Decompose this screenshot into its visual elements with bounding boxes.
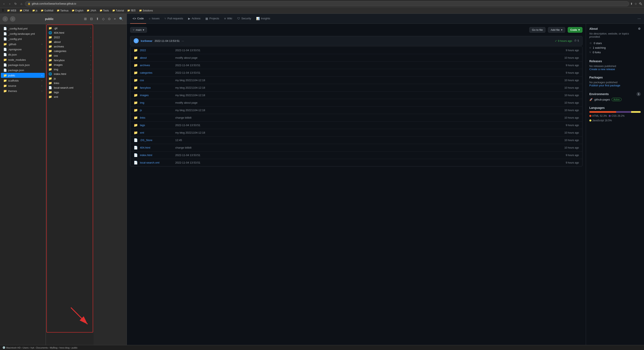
code-button[interactable]: Code ▾ bbox=[568, 27, 583, 33]
file-name-about[interactable]: about bbox=[140, 56, 173, 59]
table-row[interactable]: 📄 local-search.xml 2022-11-04 13:53:51 9… bbox=[130, 159, 582, 166]
file-name-index-html[interactable]: index.html bbox=[140, 154, 173, 157]
sidebar-item-npmignore[interactable]: 📄 .npmignore bbox=[1, 47, 45, 52]
file-item-2022[interactable]: 📁 2022 › bbox=[46, 35, 94, 40]
file-name-links[interactable]: links bbox=[140, 116, 173, 119]
file-item-js[interactable]: 📁 js › bbox=[46, 76, 94, 81]
address-bar[interactable]: 🔒 github.com/IceSwear/IceSwear.github.io bbox=[25, 1, 629, 6]
table-row[interactable]: 📁 about modify about page 10 hours ago bbox=[130, 54, 582, 62]
sidebar-item-source[interactable]: 📁 source › bbox=[1, 83, 45, 88]
sidebar-item-dbjson[interactable]: 📄 db.json bbox=[1, 52, 45, 57]
home-button[interactable]: ⌂ bbox=[19, 2, 24, 6]
bookmark-tanhua[interactable]: 📁Tanhua bbox=[56, 9, 70, 13]
tab-actions[interactable]: ▶ Actions bbox=[186, 14, 203, 24]
stars-stat[interactable]: ☆ 0 stars bbox=[589, 41, 641, 45]
tab-insights[interactable]: 📊 Insights bbox=[254, 14, 273, 24]
sidebar-item-themes[interactable]: 📁 themes › bbox=[1, 88, 45, 93]
column-view-icon[interactable]: ⊞ bbox=[83, 16, 88, 22]
file-item-404[interactable]: 🌐 404.html bbox=[46, 30, 94, 35]
file-item-categories[interactable]: 📁 categories › bbox=[46, 49, 94, 53]
file-name-fancybox[interactable]: fancybox bbox=[140, 86, 173, 89]
finder-forward-button[interactable]: › bbox=[10, 16, 16, 22]
back-button[interactable]: ‹ bbox=[2, 2, 6, 6]
tag-icon[interactable]: ◇ bbox=[101, 16, 106, 22]
extension-icon[interactable]: 🔌 bbox=[639, 2, 642, 6]
bookmark-js[interactable]: 📁js bbox=[31, 9, 39, 13]
search-finder-icon[interactable]: 🔍 bbox=[118, 16, 124, 22]
file-item-links[interactable]: 📁 links › bbox=[46, 81, 94, 85]
file-item-local-search[interactable]: 📄 local-search.xml bbox=[46, 85, 94, 90]
table-row[interactable]: 📁 img modify about page 10 hours ago bbox=[130, 99, 582, 107]
sidebar-item-node-modules[interactable]: 📁 node_modules › bbox=[1, 57, 45, 62]
forks-stat[interactable]: ⑂ 0 forks bbox=[589, 50, 641, 55]
file-item-about[interactable]: 📁 about › bbox=[46, 40, 94, 44]
sidebar-item-config-landscape[interactable]: 📄 _config.landscape.yml bbox=[1, 31, 45, 36]
table-row[interactable]: 📁 tags 2022-11-04 13:53:51 9 hours ago bbox=[130, 122, 582, 129]
apps-icon[interactable]: ⠿ bbox=[2, 9, 4, 13]
sidebar-item-pkg-lock[interactable]: 📄 package-lock.json bbox=[1, 63, 45, 67]
table-row[interactable]: 📁 images my blog 20221104-12:18 10 hours… bbox=[130, 92, 582, 99]
commit-user[interactable]: IceSwear bbox=[141, 39, 152, 43]
tab-wiki[interactable]: ≡ Wiki bbox=[222, 14, 235, 24]
file-name-js[interactable]: js bbox=[140, 109, 173, 112]
refresh-button[interactable]: ↻ bbox=[13, 2, 18, 6]
gear-icon[interactable]: ⚙ bbox=[638, 27, 641, 30]
finder-back-button[interactable]: ‹ bbox=[2, 16, 8, 22]
html-lang-item[interactable]: HTML 52.3% bbox=[589, 114, 607, 117]
file-name-img[interactable]: img bbox=[140, 101, 173, 104]
tab-projects[interactable]: ▦ Projects bbox=[203, 14, 222, 24]
file-name-categories[interactable]: categories bbox=[140, 71, 173, 74]
table-row[interactable]: 📁 xml my blog 20221104-12:18 10 hours ag… bbox=[130, 129, 582, 137]
tab-issues[interactable]: ○ Issues bbox=[146, 14, 162, 24]
publish-package-link[interactable]: Publish your first package bbox=[589, 84, 620, 87]
bookmark-crm[interactable]: 📁CRM bbox=[18, 9, 30, 13]
table-row[interactable]: 📁 2022 2022-11-04 13:53:51 9 hours ago bbox=[130, 47, 582, 54]
branch-selector[interactable]: ⑂ main ▾ bbox=[130, 27, 147, 33]
table-row[interactable]: 📄 404.html change bilibili 10 hours ago bbox=[130, 144, 582, 152]
share-finder-icon[interactable]: ⬆ bbox=[95, 16, 100, 22]
css-lang-item[interactable]: CSS 29.2% bbox=[609, 114, 625, 117]
file-item-images[interactable]: 📁 images › bbox=[46, 63, 94, 67]
tab-pullrequests[interactable]: ⑂ Pull requests bbox=[162, 14, 186, 24]
bookmark-icon[interactable]: ☆ bbox=[634, 2, 637, 6]
sidebar-item-config-fluid[interactable]: 📄 _config.fluid.yml bbox=[1, 26, 45, 31]
table-row[interactable]: 📁 fancybox my blog 20221104-12:18 10 hou… bbox=[130, 84, 582, 92]
bookmark-tools[interactable]: 📁Tools bbox=[98, 9, 110, 13]
table-row[interactable]: 📁 js my blog 20221104-12:18 10 hours ago bbox=[130, 107, 582, 114]
add-file-button[interactable]: Add file ▾ bbox=[548, 27, 565, 33]
grid-view-icon[interactable]: ⊟ bbox=[89, 16, 94, 22]
file-name-ds-store[interactable]: .DS_Store bbox=[140, 139, 173, 142]
sidebar-item-public[interactable]: 📁 public › bbox=[1, 73, 45, 78]
file-name-archives[interactable]: archives bbox=[140, 64, 173, 67]
file-name-css[interactable]: css bbox=[140, 79, 173, 82]
table-row[interactable]: 📁 categories 2022-11-04 13:53:51 9 hours… bbox=[130, 69, 582, 77]
watching-stat[interactable]: ○ 1 watching bbox=[589, 45, 641, 50]
file-item-tags[interactable]: 📁 tags › bbox=[46, 90, 94, 95]
commit-history[interactable]: ⏱ 5 bbox=[574, 39, 579, 42]
share-icon[interactable]: ⬆ bbox=[630, 2, 633, 6]
file-item-archives[interactable]: 📁 archives › bbox=[46, 44, 94, 49]
more-finder-icon[interactable]: ⊙ bbox=[107, 16, 112, 22]
bookmark-english[interactable]: 📁English bbox=[70, 9, 84, 13]
bookmark-gulimall[interactable]: 📁GuliMall bbox=[40, 9, 54, 13]
bookmark-solutions[interactable]: 📁Solutions bbox=[138, 9, 154, 13]
bookmark-tutorial[interactable]: 📁Tutorial bbox=[111, 9, 125, 13]
chevron-right-more-icon[interactable]: » bbox=[113, 16, 116, 22]
sidebar-item-config[interactable]: 📄 _config.yml bbox=[1, 37, 45, 42]
env-item-github-pages[interactable]: 🚀 github-pages Active bbox=[589, 98, 641, 101]
file-name-images[interactable]: images bbox=[140, 94, 173, 97]
table-row[interactable]: 📄 .DS_Store 12:45 10 hours ago bbox=[130, 137, 582, 144]
file-name-404[interactable]: 404.html bbox=[140, 146, 173, 149]
file-name-local-search-xml[interactable]: local-search.xml bbox=[140, 161, 173, 164]
tab-code[interactable]: <> Code bbox=[130, 14, 146, 24]
file-item-img[interactable]: 📁 img › bbox=[46, 67, 94, 72]
tab-security[interactable]: 🛡 Security bbox=[235, 14, 254, 24]
file-name-xml[interactable]: xml bbox=[140, 131, 173, 134]
table-row[interactable]: 📁 archives 2022-11-04 13:53:51 9 hours a… bbox=[130, 62, 582, 69]
bookmark-web[interactable]: 📁WEB bbox=[6, 9, 18, 13]
github-more-button[interactable]: ··· bbox=[638, 17, 641, 21]
js-lang-item[interactable]: JavaScript 18.5% bbox=[589, 119, 641, 122]
file-item-fancybox[interactable]: 📁 fancybox › bbox=[46, 58, 94, 63]
file-name-tags[interactable]: tags bbox=[140, 124, 173, 127]
file-item-xml[interactable]: 📁 xml › bbox=[46, 95, 94, 99]
